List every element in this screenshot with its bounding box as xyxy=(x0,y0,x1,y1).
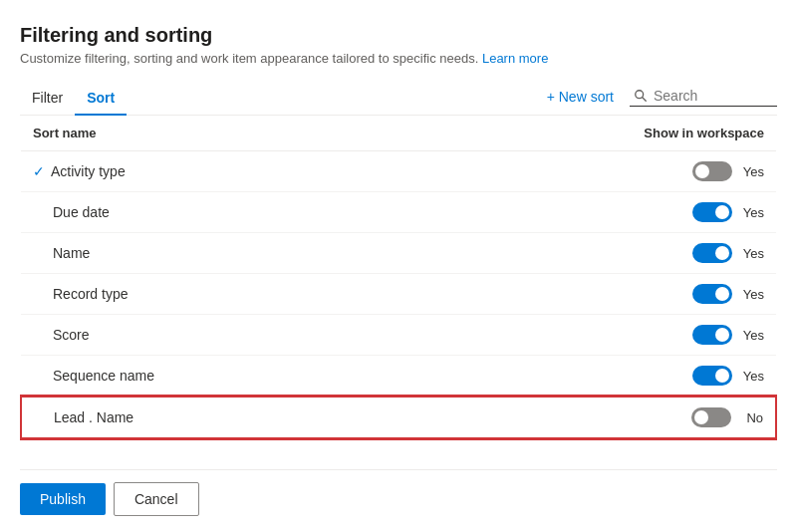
sort-name-label: Sequence name xyxy=(53,368,154,384)
sort-name-cell: Due date xyxy=(21,192,400,233)
sort-table: Sort name Show in workspace ✓Activity ty… xyxy=(20,116,777,439)
toolbar-right: + New sort xyxy=(539,85,777,113)
show-workspace-cell: Yes xyxy=(400,315,776,356)
toggle-switch[interactable] xyxy=(692,243,732,263)
table-row: ScoreYes xyxy=(21,315,776,356)
footer: Publish Cancel xyxy=(20,469,777,516)
sort-name-cell: Record type xyxy=(21,274,400,315)
toggle-switch[interactable] xyxy=(692,161,732,181)
toggle-switch[interactable] xyxy=(692,325,732,345)
show-workspace-cell: Yes xyxy=(400,233,776,274)
show-workspace-cell: Yes xyxy=(400,274,776,315)
table-row: NameYes xyxy=(21,233,776,274)
table-row: Sequence nameYes xyxy=(21,356,776,398)
show-workspace-cell: No xyxy=(400,397,776,438)
col-show-in-workspace: Show in workspace xyxy=(400,116,776,151)
toggle-switch[interactable] xyxy=(692,284,732,304)
svg-line-1 xyxy=(643,98,647,102)
show-workspace-cell: Yes xyxy=(400,151,776,192)
tab-filter[interactable]: Filter xyxy=(20,82,75,116)
sort-name-label: Name xyxy=(53,245,90,261)
toggle-switch[interactable] xyxy=(692,202,732,222)
show-workspace-cell: Yes xyxy=(400,192,776,233)
show-workspace-label: Yes xyxy=(740,287,764,302)
search-container xyxy=(630,86,777,107)
sort-name-cell: Score xyxy=(21,315,400,356)
show-workspace-label: Yes xyxy=(740,369,764,384)
sort-name-cell: Sequence name xyxy=(21,356,400,398)
sort-name-cell: Lead . Name xyxy=(21,397,400,438)
tab-sort[interactable]: Sort xyxy=(75,82,127,116)
page-title: Filtering and sorting xyxy=(20,24,777,47)
check-icon: ✓ xyxy=(33,163,45,179)
show-workspace-label: Yes xyxy=(740,205,764,220)
table-row: Lead . NameNo xyxy=(21,397,776,438)
sort-name-label: Activity type xyxy=(51,163,126,179)
new-sort-button[interactable]: + New sort xyxy=(539,85,622,109)
sort-name-label: Record type xyxy=(53,286,128,302)
show-workspace-label: No xyxy=(739,410,763,425)
sort-name-label: Lead . Name xyxy=(54,409,133,425)
show-workspace-label: Yes xyxy=(740,246,764,261)
sort-name-cell: Name xyxy=(21,233,400,274)
table-row: Due dateYes xyxy=(21,192,776,233)
search-icon xyxy=(634,89,648,103)
publish-button[interactable]: Publish xyxy=(20,483,106,515)
toggle-switch[interactable] xyxy=(691,407,731,427)
show-workspace-label: Yes xyxy=(740,164,764,179)
toggle-switch[interactable] xyxy=(692,366,732,386)
sort-table-container: Sort name Show in workspace ✓Activity ty… xyxy=(20,116,777,469)
table-row: ✓Activity typeYes xyxy=(21,151,776,192)
sort-name-label: Due date xyxy=(53,204,110,220)
show-workspace-cell: Yes xyxy=(400,356,776,398)
tabs-toolbar: Filter Sort + New sort xyxy=(20,82,777,116)
sort-name-label: Score xyxy=(53,327,90,343)
search-input[interactable] xyxy=(654,88,773,104)
cancel-button[interactable]: Cancel xyxy=(114,482,199,516)
table-row: Record typeYes xyxy=(21,274,776,315)
sort-name-cell: ✓Activity type xyxy=(21,151,400,192)
col-sort-name: Sort name xyxy=(21,116,400,151)
learn-more-link[interactable]: Learn more xyxy=(482,51,548,66)
page-subtitle: Customize filtering, sorting and work it… xyxy=(20,51,777,66)
show-workspace-label: Yes xyxy=(740,328,764,343)
